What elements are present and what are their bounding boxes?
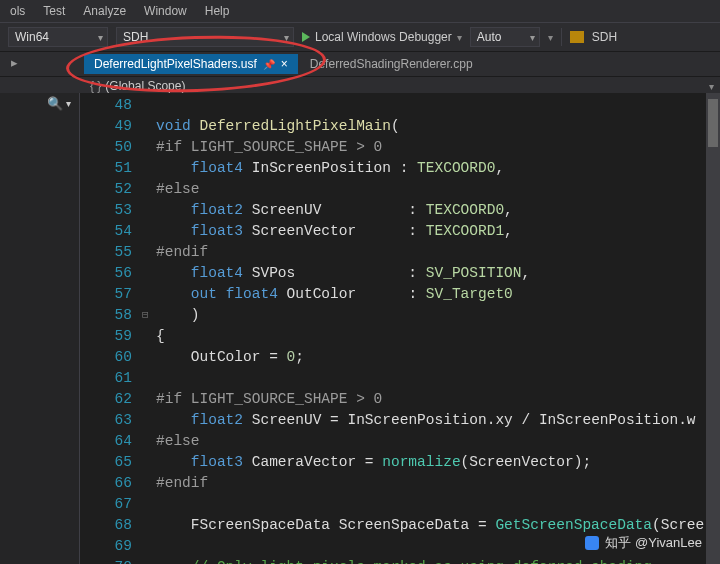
chevron-down-icon[interactable]: ▾ bbox=[709, 81, 714, 92]
menu-item[interactable]: Window bbox=[144, 4, 187, 18]
debugger-label: Local Windows Debugger bbox=[315, 30, 452, 44]
close-icon[interactable]: × bbox=[281, 57, 288, 71]
config-dropdown[interactable]: SDH bbox=[116, 27, 294, 47]
toolbar: Win64 SDH Local Windows Debugger ▾ Auto … bbox=[0, 23, 720, 52]
brace-icon: { } bbox=[90, 79, 101, 93]
toolbar-right-label: SDH bbox=[592, 30, 617, 44]
fold-column[interactable]: ⊟ bbox=[142, 93, 156, 564]
search-icon: 🔍 bbox=[47, 96, 63, 111]
menu-item[interactable]: Test bbox=[43, 4, 65, 18]
line-number-gutter: 4849505152535455565758596061626364656667… bbox=[80, 93, 142, 564]
code-editor[interactable]: 4849505152535455565758596061626364656667… bbox=[80, 93, 720, 564]
platform-dropdown[interactable]: Win64 bbox=[8, 27, 108, 47]
search-button[interactable]: 🔍 ▾ bbox=[47, 96, 71, 111]
tab-strip: DeferredLightPixelShaders.usf 📌 × Deferr… bbox=[84, 54, 720, 74]
tabs-row: ▸ DeferredLightPixelShaders.usf 📌 × Defe… bbox=[0, 52, 720, 76]
menu-item[interactable]: Analyze bbox=[83, 4, 126, 18]
play-icon bbox=[302, 32, 310, 42]
solution-explorer-panel: 🔍 ▾ bbox=[0, 93, 80, 564]
tab-label: DeferredShadingRenderer.cpp bbox=[310, 57, 473, 71]
toggle-panel-icon[interactable]: ▸ bbox=[6, 56, 22, 72]
scrollbar-vertical[interactable] bbox=[706, 93, 720, 564]
code-content[interactable]: void DeferredLightPixelMain(#if LIGHT_SO… bbox=[156, 93, 704, 564]
layout-icon[interactable] bbox=[570, 31, 584, 43]
menu-bar: ols Test Analyze Window Help bbox=[0, 0, 720, 23]
tab-label: DeferredLightPixelShaders.usf bbox=[94, 57, 257, 71]
menu-item[interactable]: Help bbox=[205, 4, 230, 18]
start-debug-button[interactable]: Local Windows Debugger ▾ bbox=[302, 30, 462, 44]
scrollbar-thumb[interactable] bbox=[708, 99, 718, 147]
pin-icon[interactable]: 📌 bbox=[263, 59, 275, 70]
tab-active[interactable]: DeferredLightPixelShaders.usf 📌 × bbox=[84, 54, 298, 74]
main-area: 🔍 ▾ 484950515253545556575859606162636465… bbox=[0, 93, 720, 564]
separator bbox=[561, 28, 562, 46]
menu-item[interactable]: ols bbox=[10, 4, 25, 18]
tab-inactive[interactable]: DeferredShadingRenderer.cpp bbox=[300, 54, 483, 74]
scope-label: (Global Scope) bbox=[105, 79, 185, 93]
mode-dropdown[interactable]: Auto bbox=[470, 27, 540, 47]
